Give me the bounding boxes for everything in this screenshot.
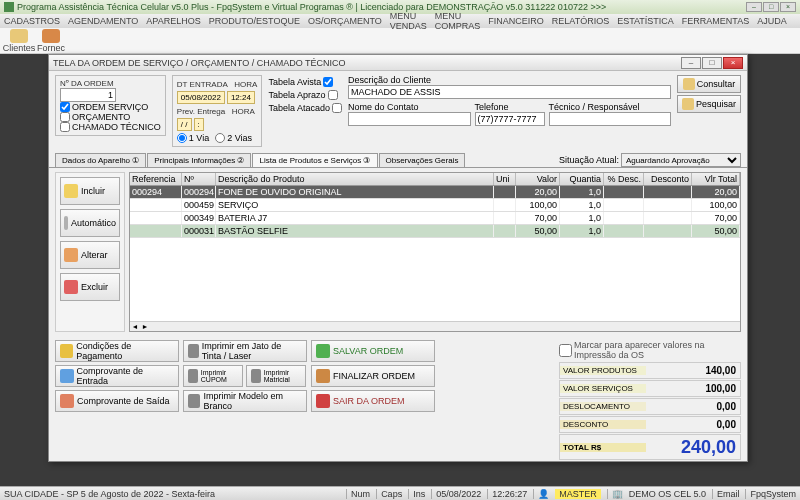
automatico-button[interactable]: Automático [60,209,120,237]
menu-relatorios[interactable]: RELATÓRIOS [552,16,609,26]
menu-ferramentas[interactable]: FERRAMENTAS [682,16,749,26]
menu-agendamento[interactable]: AGENDAMENTO [68,16,138,26]
status-location: SUA CIDADE - SP 5 de Agosto de 2022 - Se… [4,489,215,499]
printer-icon [188,369,198,383]
close-button[interactable]: × [780,2,796,12]
menu-estatistica[interactable]: ESTATÍSTICA [617,16,674,26]
menu-vendas[interactable]: MENU VENDAS [390,11,427,31]
table-row[interactable]: 000031BASTÃO SELFIE50,001,050,00 [130,225,740,238]
edit-icon [64,248,78,262]
menu-os[interactable]: OS/ORÇAMENTO [308,16,382,26]
chk-chamado[interactable] [60,122,70,132]
money-icon [60,344,73,358]
comprovante-entrada-button[interactable]: Comprovante de Entrada [55,365,179,387]
salvar-ordem-button[interactable]: SALVAR ORDEM [311,340,435,362]
date-group: DT ENTRADA HORA 05/08/202212:24 Prev. En… [172,75,263,147]
tabstrip: Dados do Aparelho ① Principais Informaçõ… [49,153,747,168]
order-number-label: Nº DA ORDEM [60,79,161,88]
prev-time[interactable]: : [194,118,204,131]
toolbar: Clientes Fornec [0,28,800,54]
menu-cadastros[interactable]: CADASTROS [4,16,60,26]
products-grid[interactable]: ReferenciaNºDescrição do ProdutoUniValor… [129,172,741,332]
app-title: Programa Assistência Técnica Celular v5.… [17,2,606,12]
receipt-out-icon [60,394,74,408]
tab-principais-info[interactable]: Principais Informações ② [147,153,251,167]
prev-date[interactable]: / / [177,118,192,131]
desconto: 0,00 [646,419,740,430]
win-min-button[interactable]: – [681,57,701,69]
clients-icon [10,29,28,43]
contact-input[interactable] [348,112,471,126]
win-max-button[interactable]: □ [702,57,722,69]
radio-2vias[interactable] [215,133,225,143]
service-order-window: TELA DA ORDEM DE SERVIÇO / ORÇAMENTO / C… [48,54,748,462]
radio-1via[interactable] [177,133,187,143]
minimize-button[interactable]: – [746,2,762,12]
chk-orcamento[interactable] [60,112,70,122]
print-jato-button[interactable]: Imprimir em Jato de Tinta / Laser [183,340,307,362]
table-type-group: Tabela Avista Tabela Aprazo Tabela Ataca… [268,75,342,113]
status-demo: DEMO OS CEL 5.0 [629,489,706,499]
tab-dados-aparelho[interactable]: Dados do Aparelho ① [55,153,146,167]
situacao-select[interactable]: Aguardando Aprovação [621,153,741,167]
print-cupom-button[interactable]: Imprimir CUPOM [183,365,243,387]
grid-header: ReferenciaNºDescrição do ProdutoUniValor… [130,173,740,186]
printer-icon [188,344,199,358]
valor-produtos: 140,00 [646,365,740,376]
chk-atacado[interactable] [332,103,342,113]
tb-clientes[interactable]: Clientes [4,29,34,53]
date-entry[interactable]: 05/08/2022 [177,91,225,104]
menu-financeiro[interactable]: FINANCEIRO [488,16,544,26]
pesquisar-button[interactable]: Pesquisar [677,95,741,113]
finalizar-ordem-button[interactable]: FINALIZAR ORDEM [311,365,435,387]
tab-produtos-servicos[interactable]: Lista de Produtos e Serviços ③ [252,153,377,167]
time-entry[interactable]: 12:24 [227,91,255,104]
consultar-button[interactable]: Consultar [677,75,741,93]
excluir-button[interactable]: Excluir [60,273,120,301]
tab-observacoes[interactable]: Observações Gerais [379,153,466,167]
flag-icon [316,369,330,383]
search-icon [683,78,695,90]
table-row[interactable]: 000349BATERIA J770,001,070,00 [130,212,740,225]
deslocamento: 0,00 [646,401,740,412]
printer-icon [188,394,200,408]
total-rs: 240,00 [646,437,740,458]
window-title: TELA DA ORDEM DE SERVIÇO / ORÇAMENTO / C… [53,58,346,68]
app-icon [4,2,14,12]
condicoes-pagamento-button[interactable]: Condições de Pagamento [55,340,179,362]
print-matricial-button[interactable]: Imprimir Matricial [246,365,306,387]
menu-aparelhos[interactable]: APARELHOS [146,16,200,26]
menubar: CADASTROS AGENDAMENTO APARELHOS PRODUTO/… [0,14,800,28]
alterar-button[interactable]: Alterar [60,241,120,269]
comprovante-saida-button[interactable]: Comprovante de Saída [55,390,179,412]
print-branco-button[interactable]: Imprimir Modelo em Branco [183,390,307,412]
incluir-button[interactable]: Incluir [60,177,120,205]
tb-fornec[interactable]: Fornec [36,29,66,53]
chk-ordem-servico[interactable] [60,102,70,112]
supplier-icon [42,29,60,43]
check-icon [316,344,330,358]
phone-input[interactable] [475,112,545,126]
barcode-icon [64,216,68,230]
table-row[interactable]: 000294000294FONE DE OUVIDO ORIGINAL20,00… [130,186,740,199]
chk-print-values[interactable] [559,344,572,357]
sair-ordem-button[interactable]: SAIR DA ORDEM [311,390,435,412]
search-icon [682,98,694,110]
win-close-button[interactable]: × [723,57,743,69]
exit-icon [316,394,330,408]
order-number-input[interactable] [60,88,116,102]
statusbar: SUA CIDADE - SP 5 de Agosto de 2022 - Se… [0,486,800,500]
table-row[interactable]: 000459SERVIÇO100,001,0100,00 [130,199,740,212]
chk-aprazo[interactable] [328,90,338,100]
grid-scrollbar[interactable]: ◄► [130,321,740,331]
chk-avista[interactable] [323,77,333,87]
menu-compras[interactable]: MENU COMPRAS [435,11,481,31]
status-date: 05/08/2022 [431,489,481,499]
client-group: Descrição do Cliente Nome do Contato Tel… [348,75,671,126]
menu-ajuda[interactable]: AJUDA [757,16,787,26]
client-name-input[interactable] [348,85,671,99]
maximize-button[interactable]: □ [763,2,779,12]
technician-input[interactable] [549,112,672,126]
menu-produto[interactable]: PRODUTO/ESTOQUE [209,16,300,26]
status-user: MASTER [555,489,601,499]
